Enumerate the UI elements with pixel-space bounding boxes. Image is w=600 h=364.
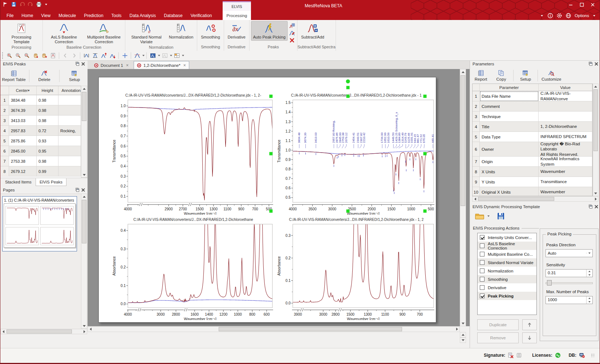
- action-item-normalization[interactable]: Normalization: [478, 267, 536, 275]
- menu-item-molecule[interactable]: Molecule: [54, 12, 80, 20]
- document-tab-1-2-dichloroethane-[interactable]: 1,2-Dichloroethane*×: [134, 61, 189, 69]
- slider-knob[interactable]: [547, 280, 552, 286]
- undo-icon[interactable]: [19, 1, 25, 7]
- overlay-view-icon[interactable]: [161, 52, 169, 60]
- column-header-annotation[interactable]: Annotation: [58, 86, 81, 95]
- info-icon[interactable]: [547, 13, 553, 19]
- menu-item-database[interactable]: Database: [160, 12, 186, 20]
- rotation-handle-square[interactable]: [346, 86, 350, 89]
- close-panel-icon[interactable]: [80, 187, 86, 193]
- menu-item-tools[interactable]: Tools: [108, 12, 126, 20]
- menu-item-view[interactable]: View: [37, 12, 54, 20]
- close-panel-icon[interactable]: [593, 61, 599, 67]
- scroll-thumb[interactable]: [82, 200, 86, 243]
- delete-button[interactable]: Delete: [31, 70, 57, 82]
- checkbox-checked[interactable]: [480, 294, 485, 298]
- parameters-table-row[interactable]: 7OriginKnowItAll Informatics System: [473, 157, 592, 167]
- max-peaks-spinner[interactable]: 1000: [546, 296, 593, 304]
- peaks-table-row[interactable]: 33413.030.98: [0, 116, 81, 126]
- rotation-handle[interactable]: [346, 80, 350, 84]
- cutoff-icon[interactable]: [133, 52, 141, 60]
- peaks-table-icon[interactable]: [288, 22, 296, 29]
- close-panel-icon[interactable]: [593, 204, 599, 210]
- report-button[interactable]: Report: [471, 70, 491, 81]
- tab-processing[interactable]: Processing: [223, 11, 251, 20]
- float-panel-icon[interactable]: [588, 61, 593, 67]
- spectrum-c4[interactable]: C:/A-IR-UV-VIS-RAMAN/converters/J...DX-I…: [276, 218, 437, 320]
- auto-peak-picking-button[interactable]: Auto Peak Picking: [251, 21, 288, 41]
- print-preview-icon[interactable]: [49, 52, 57, 60]
- scroll-thumb[interactable]: [82, 92, 86, 121]
- setup-button[interactable]: Setup: [61, 70, 88, 82]
- close-panel-icon[interactable]: [80, 61, 86, 67]
- action-item-intensity-units-conver-[interactable]: Intensity Units Conver...: [478, 233, 536, 242]
- menu-item-file[interactable]: File: [3, 12, 17, 20]
- redo-icon[interactable]: [28, 1, 33, 7]
- checkbox[interactable]: [480, 252, 485, 256]
- stack-view-icon[interactable]: [149, 52, 157, 60]
- selection-handle[interactable]: [423, 210, 427, 213]
- peaks-table-row[interactable]: 72753.380.98: [0, 156, 81, 166]
- scroll-left-arrow[interactable]: [473, 197, 478, 201]
- dropdown-caret-icon[interactable]: [158, 55, 160, 56]
- next-view-icon[interactable]: [70, 52, 78, 60]
- column-header-height[interactable]: Height: [37, 86, 58, 95]
- parameters-table-row[interactable]: 4Title1, 2-Dichloroethane: [473, 122, 592, 132]
- zoom-selection-icon[interactable]: [23, 52, 31, 60]
- peaks-table-row[interactable]: 62845.000.95: [0, 146, 81, 156]
- parameters-table-row[interactable]: 8X UnitsWavenumber: [473, 167, 592, 177]
- document-canvas[interactable]: C:/A-IR-UV-VIS-RAMAN/converters/J...DX-I…: [88, 69, 470, 326]
- options-caret-icon[interactable]: [592, 14, 596, 17]
- scroll-up-arrow[interactable]: [81, 194, 87, 199]
- customize-quick-access-icon[interactable]: [44, 3, 48, 6]
- signature-stamp-icon[interactable]: [516, 352, 522, 358]
- peaks-delete-icon[interactable]: [288, 37, 296, 44]
- copy-button[interactable]: Copy: [491, 70, 511, 81]
- scroll-thumb[interactable]: [219, 327, 402, 331]
- print-icon[interactable]: [36, 1, 42, 7]
- menu-item-prediction[interactable]: Prediction: [80, 12, 107, 20]
- action-item-derivative[interactable]: Derivative: [478, 283, 536, 292]
- spectrum-c3[interactable]: C:/A-IR-UV-VIS-RAMAN/converters/J...DX-I…: [111, 218, 275, 320]
- dropdown-caret-icon[interactable]: [182, 55, 184, 56]
- share-icon[interactable]: [565, 13, 571, 19]
- parameters-table-row[interactable]: 3Technique: [473, 112, 592, 122]
- action-item-standard-normal-variate[interactable]: Standard Normal Variate: [478, 258, 536, 267]
- scroll-down-arrow[interactable]: [460, 321, 466, 326]
- asls-baseline-correction-button[interactable]: AsLS Baseline Correction: [44, 21, 84, 45]
- column-header-parameter[interactable]: Parameter: [480, 84, 539, 91]
- document-tab-document-1[interactable]: Document 1×: [91, 61, 131, 69]
- selection-handle[interactable]: [423, 95, 427, 98]
- menu-item-data-analysis[interactable]: Data Analysis: [126, 12, 160, 20]
- parameters-table-row[interactable]: 6OwnerCopyright � Bio-Rad Laborato All R…: [473, 142, 592, 157]
- selection-handle[interactable]: [269, 95, 273, 98]
- tab-close-icon[interactable]: ×: [126, 63, 129, 68]
- peak-edit-icon[interactable]: [288, 29, 296, 36]
- maximize-button[interactable]: [576, 1, 587, 9]
- db-status-icon[interactable]: [579, 352, 585, 358]
- peaks-table-row[interactable]: 82679.120.99: [0, 166, 81, 177]
- scroll-left-arrow[interactable]: [88, 327, 93, 332]
- action-item-multipoint-baseline-co-[interactable]: Multipoint Baseline Co...: [478, 250, 536, 258]
- crosshair-icon[interactable]: [121, 52, 129, 60]
- settings-icon[interactable]: [556, 13, 562, 19]
- standard-normal-variate-button[interactable]: σStandard Normal Variate: [127, 21, 166, 45]
- float-panel-icon[interactable]: [588, 204, 593, 210]
- scroll-down-arrow[interactable]: [81, 172, 87, 177]
- selection-handle[interactable]: [346, 210, 350, 213]
- move-down-button[interactable]: [522, 332, 537, 343]
- report-table-button[interactable]: Report Table: [0, 70, 27, 82]
- checkbox-checked[interactable]: [480, 235, 485, 240]
- peaks-table-row[interactable]: 13834.480.98: [0, 95, 81, 105]
- selection-handle[interactable]: [269, 152, 273, 155]
- checkbox[interactable]: [480, 260, 485, 265]
- sensitivity-slider[interactable]: [546, 280, 593, 285]
- previous-view-icon[interactable]: [61, 52, 69, 60]
- parameters-table-row[interactable]: 9Y UnitsTransmittance: [473, 177, 592, 187]
- duplicate-button[interactable]: Duplicate: [477, 319, 519, 330]
- peaks-direction-select[interactable]: Auto: [546, 249, 593, 257]
- minimize-button[interactable]: [565, 1, 576, 9]
- customize-button[interactable]: Customize: [540, 70, 563, 81]
- template-dropdown-caret-icon[interactable]: [487, 215, 490, 217]
- save-template-icon[interactable]: [497, 212, 505, 220]
